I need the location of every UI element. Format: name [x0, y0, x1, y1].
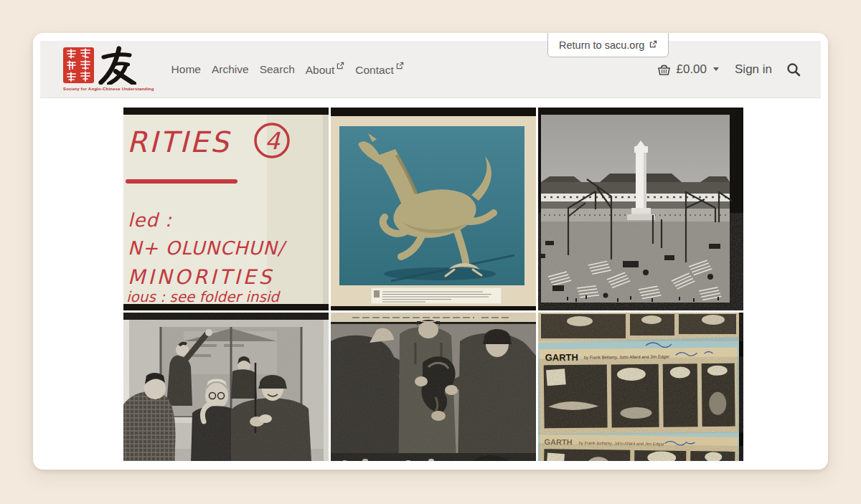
nav-contact[interactable]: Contact	[355, 62, 403, 77]
chevron-down-icon	[713, 67, 719, 71]
gallery-item-flying-horse[interactable]	[331, 108, 536, 310]
nav-about[interactable]: About	[306, 62, 345, 77]
cart-button[interactable]: £0.00	[657, 62, 719, 77]
site-logo[interactable]: Society for Anglo-Chinese Understanding	[63, 47, 154, 91]
folder-text-line3: N+ OLUNCHUN/	[128, 237, 288, 259]
garth-strip-title: GARTH	[544, 437, 572, 447]
friendship-character-icon	[98, 44, 136, 85]
folder-badge-number: 4	[265, 127, 281, 155]
nav-archive[interactable]: Archive	[212, 63, 249, 76]
minorities-folder-image: RITIES 4 led : N+ OLUNCHUN/ MINORITIES i…	[123, 108, 329, 310]
garth-strip-byline: by Frank Bellamy, John Allard and Jim Ed…	[584, 355, 669, 360]
garth-strip-title: GARTH	[545, 352, 578, 363]
flying-horse-image	[331, 108, 536, 310]
search-icon	[786, 62, 801, 77]
folder-text-line4: MINORITIES	[128, 265, 274, 289]
search-button[interactable]	[786, 62, 801, 77]
main-nav: Home Archive Search About Contact	[171, 62, 404, 77]
external-link-icon	[649, 40, 657, 48]
logo-tagline: Society for Anglo-Chinese Understanding	[63, 87, 154, 91]
bronze-examination-image	[331, 313, 536, 461]
nav-about-label: About	[306, 64, 335, 76]
gallery-item-minorities-folder[interactable]: RITIES 4 led : N+ OLUNCHUN/ MINORITIES i…	[123, 108, 329, 310]
image-gallery: RITIES 4 led : N+ OLUNCHUN/ MINORITIES i…	[123, 108, 743, 461]
garth-comics-image: GARTH by Frank Bellamy, John Allard and …	[538, 313, 743, 461]
return-to-sacu-button[interactable]: Return to sacu.org	[547, 33, 669, 57]
gallery-item-women-knitting[interactable]	[123, 313, 329, 461]
return-button-label: Return to sacu.org	[559, 39, 644, 51]
sign-in-link[interactable]: Sign in	[735, 62, 772, 77]
basket-icon	[657, 63, 671, 76]
nav-search[interactable]: Search	[260, 63, 295, 76]
nav-home[interactable]: Home	[171, 63, 201, 76]
external-link-icon	[396, 62, 404, 70]
women-knitting-image	[123, 313, 329, 461]
sacu-seal-icon	[63, 47, 94, 83]
external-link-icon	[337, 62, 344, 70]
nav-contact-label: Contact	[355, 64, 393, 76]
gallery-item-monument-construction[interactable]	[538, 108, 743, 310]
folder-text-line2: led :	[128, 209, 172, 231]
folder-text-line5: ious : see folder insid	[126, 288, 281, 305]
site-card: Society for Anglo-Chinese Understanding …	[33, 33, 828, 470]
gallery-item-garth-comics[interactable]: GARTH by Frank Bellamy, John Allard and …	[538, 313, 743, 461]
gallery-item-bronze-examination[interactable]	[331, 313, 536, 461]
logo-row	[63, 47, 154, 85]
monument-construction-image	[538, 108, 743, 310]
header-actions: £0.00 Sign in	[657, 62, 801, 77]
folder-text-line1: RITIES	[127, 125, 231, 158]
site-header: Society for Anglo-Chinese Understanding …	[40, 41, 821, 98]
cart-amount: £0.00	[676, 62, 707, 77]
